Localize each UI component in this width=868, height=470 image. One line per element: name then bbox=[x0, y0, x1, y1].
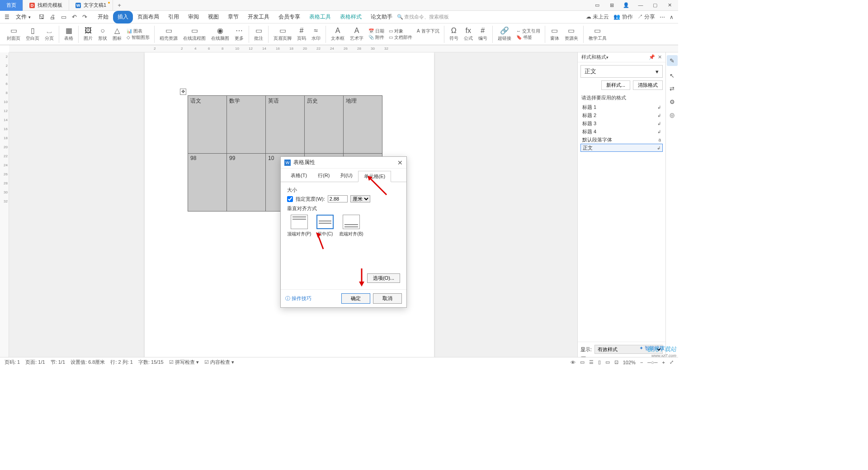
fit-icon[interactable]: ⊡ bbox=[614, 359, 618, 365]
style-item-selected[interactable]: 正文↲ bbox=[580, 144, 663, 152]
table-cell[interactable]: 99 bbox=[227, 154, 266, 212]
cloud-status[interactable]: ☁ 未上云 bbox=[586, 13, 609, 21]
status-section[interactable]: 节: 1/1 bbox=[51, 359, 65, 366]
align-bottom-option[interactable]: 底端对齐(B) bbox=[339, 215, 363, 237]
collab-button[interactable]: 👥 协作 bbox=[613, 13, 632, 21]
zoom-in-button[interactable]: + bbox=[662, 360, 665, 365]
width-input[interactable] bbox=[328, 195, 348, 202]
tab-home[interactable]: 首页 bbox=[0, 0, 23, 11]
ribbon-hyperlink[interactable]: 🔗超链接 bbox=[495, 27, 514, 42]
style-item[interactable]: 标题 2↲ bbox=[580, 111, 663, 119]
ribbon-numbering[interactable]: #编号 bbox=[476, 27, 490, 42]
close-dialog-button[interactable]: ✕ bbox=[397, 159, 403, 166]
menu-section[interactable]: 章节 bbox=[223, 11, 243, 24]
menu-view[interactable]: 视图 bbox=[203, 11, 223, 24]
table-cell[interactable]: 语文 bbox=[188, 96, 227, 154]
table-move-handle-icon[interactable]: ✥ bbox=[180, 89, 186, 95]
view-web-icon[interactable]: ▯ bbox=[598, 359, 601, 365]
zoom-out-button[interactable]: − bbox=[640, 360, 643, 365]
menu-devtools[interactable]: 开发工具 bbox=[243, 11, 274, 24]
expand-icon[interactable]: ⤢ bbox=[670, 359, 674, 365]
menu-review[interactable]: 审阅 bbox=[184, 11, 203, 24]
align-center-option[interactable]: 居中(C) bbox=[316, 215, 334, 237]
dlg-tab-cell[interactable]: 单元格(E) bbox=[358, 171, 392, 182]
menu-member[interactable]: 会员专享 bbox=[274, 11, 305, 24]
current-style-select[interactable]: 正文 ▾ bbox=[580, 65, 663, 78]
cancel-button[interactable]: 取消 bbox=[373, 293, 402, 304]
grid-icon[interactable]: ⊞ bbox=[607, 2, 617, 8]
options-button[interactable]: 选项(O)... bbox=[367, 273, 400, 283]
status-words[interactable]: 字数: 15/15 bbox=[138, 359, 164, 366]
ok-button[interactable]: 确定 bbox=[341, 293, 370, 304]
dlg-tab-table[interactable]: 表格(T) bbox=[285, 170, 312, 182]
dlg-tab-row[interactable]: 行(R) bbox=[312, 170, 335, 182]
width-checkbox[interactable] bbox=[287, 196, 293, 202]
table-cell[interactable]: 地理 bbox=[344, 96, 382, 154]
ribbon-pagenum[interactable]: #页码 bbox=[295, 27, 308, 42]
zoom-label[interactable]: 102% bbox=[623, 360, 636, 365]
more-icon[interactable]: ⋯ bbox=[660, 14, 665, 20]
ribbon-wordart[interactable]: A艺术字 bbox=[348, 27, 366, 42]
select-tool-icon[interactable]: ↖ bbox=[670, 72, 675, 79]
close-panel-icon[interactable]: ✕ bbox=[658, 54, 662, 60]
table-cell[interactable]: 98 bbox=[188, 154, 227, 212]
table-cell[interactable]: 数学 bbox=[227, 96, 266, 154]
status-position[interactable]: 设置值: 6.8厘米 bbox=[71, 359, 105, 366]
ribbon-iconlib[interactable]: △图标 bbox=[110, 27, 124, 42]
menu-insert[interactable]: 插入 bbox=[113, 11, 133, 24]
style-item[interactable]: 标题 1↲ bbox=[580, 103, 663, 111]
ribbon-bookmark[interactable]: 🔖书签 bbox=[516, 34, 540, 40]
ribbon-object[interactable]: ▭对象 bbox=[389, 28, 412, 34]
ribbon-attachment[interactable]: 📎附件 bbox=[368, 34, 384, 40]
document-canvas[interactable]: ✥ 语文 数学 英语 历史 地理 98 99 10 bbox=[9, 52, 577, 367]
ribbon-watermark[interactable]: ≈水印 bbox=[309, 27, 323, 42]
ribbon-equation[interactable]: fx公式 bbox=[462, 27, 475, 42]
ribbon-shape[interactable]: ○形状 bbox=[96, 27, 109, 42]
file-menu[interactable]: 文件▾ bbox=[13, 13, 33, 21]
maximize-button[interactable]: ▢ bbox=[650, 2, 660, 8]
layout-icon[interactable]: ▭ bbox=[592, 2, 602, 8]
menu-start[interactable]: 开始 bbox=[93, 11, 113, 24]
ribbon-comment[interactable]: ▭批注 bbox=[252, 27, 265, 42]
horizontal-ruler[interactable]: 22468101214161820222426283032 bbox=[9, 45, 678, 52]
ribbon-docparts[interactable]: ▭文档部件 bbox=[389, 34, 412, 40]
ribbon-textbox[interactable]: A文本框 bbox=[329, 27, 347, 42]
ribbon-date[interactable]: 📅日期 bbox=[368, 28, 384, 34]
ribbon-symbol[interactable]: Ω符号 bbox=[447, 27, 461, 42]
redo-icon[interactable]: ↷ bbox=[81, 14, 89, 20]
ribbon-flowchart[interactable]: ▭在线流程图 bbox=[181, 27, 208, 42]
ribbon-crossref[interactable]: ↔交叉引用 bbox=[516, 28, 540, 34]
ribbon-dropcap[interactable]: A首字下沉 bbox=[417, 28, 439, 34]
table-cell[interactable]: 英语 bbox=[266, 96, 305, 154]
table-cell[interactable]: 历史 bbox=[305, 96, 344, 154]
style-tool-icon[interactable]: ✎ bbox=[667, 55, 678, 66]
minimize-button[interactable]: — bbox=[636, 2, 646, 8]
pin-icon[interactable]: 📌 bbox=[649, 54, 655, 60]
style-item[interactable]: 默认段落字体a bbox=[580, 136, 663, 144]
view-read-icon[interactable]: ▭ bbox=[605, 359, 610, 365]
menu-reference[interactable]: 引用 bbox=[164, 11, 184, 24]
ribbon-pagebreak[interactable]: ⎵分页 bbox=[42, 27, 56, 42]
menu-thesis[interactable]: 论文助手 bbox=[366, 11, 397, 24]
view-outline-icon[interactable]: ☰ bbox=[589, 359, 594, 365]
chevron-up-icon[interactable]: ∧ bbox=[670, 14, 674, 20]
ribbon-more[interactable]: ⋯更多 bbox=[232, 27, 246, 42]
settings-tool-icon[interactable]: ⚙ bbox=[670, 99, 675, 105]
ribbon-blankpage[interactable]: ▯空白页 bbox=[24, 27, 42, 42]
style-item[interactable]: 标题 3↲ bbox=[580, 119, 663, 127]
undo-icon[interactable]: ↶ bbox=[71, 14, 78, 20]
limit-tool-icon[interactable]: ⇄ bbox=[670, 85, 675, 92]
menu-tabletools[interactable]: 表格工具 bbox=[305, 11, 335, 24]
vertical-ruler[interactable]: 22468101214161820222426283032 bbox=[0, 52, 9, 367]
ribbon-mindmap[interactable]: ◉在线脑图 bbox=[209, 27, 231, 42]
print-icon[interactable]: 🖨 bbox=[48, 14, 57, 20]
location-tool-icon[interactable]: ◎ bbox=[670, 112, 675, 118]
status-contentcheck[interactable]: ☑ 内容检查 ▾ bbox=[204, 359, 234, 366]
width-unit-select[interactable]: 厘米 bbox=[350, 195, 370, 202]
align-top-option[interactable]: 顶端对齐(P) bbox=[287, 215, 311, 237]
save-icon[interactable]: 🖫 bbox=[37, 14, 46, 20]
status-spellcheck[interactable]: ☑ 拼写检查 ▾ bbox=[169, 359, 199, 366]
close-window-button[interactable]: ✕ bbox=[665, 2, 675, 8]
ribbon-smartart[interactable]: ◇智能图形 bbox=[127, 34, 150, 40]
tab-template[interactable]: D找稻壳模板 bbox=[23, 0, 69, 11]
